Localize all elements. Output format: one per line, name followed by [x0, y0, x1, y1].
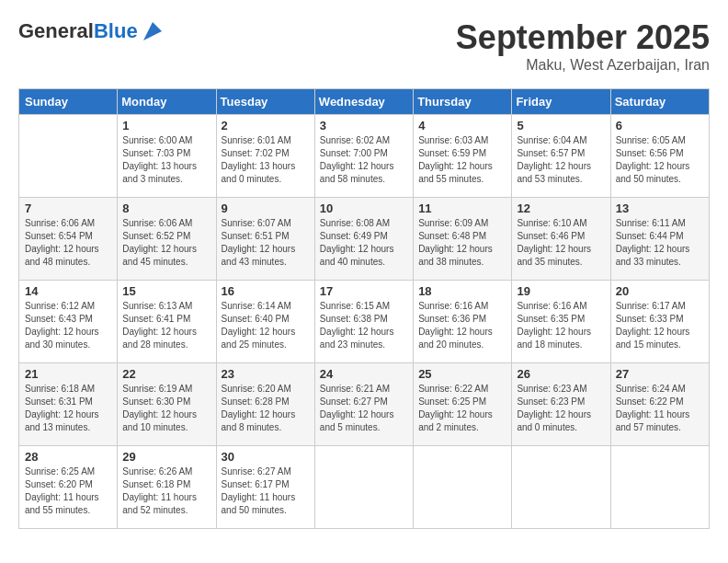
- calendar-week-1: 1Sunrise: 6:00 AM Sunset: 7:03 PM Daylig…: [19, 115, 710, 198]
- cell-text: Sunrise: 6:01 AM Sunset: 7:02 PM Dayligh…: [222, 134, 310, 186]
- calendar-cell: [610, 446, 709, 529]
- calendar-cell: 26Sunrise: 6:23 AM Sunset: 6:23 PM Dayli…: [512, 363, 610, 446]
- calendar-week-3: 14Sunrise: 6:12 AM Sunset: 6:43 PM Dayli…: [19, 281, 710, 363]
- calendar-cell: 23Sunrise: 6:20 AM Sunset: 6:28 PM Dayli…: [216, 363, 314, 446]
- day-number: 8: [122, 201, 210, 215]
- day-number: 25: [418, 367, 506, 381]
- day-number: 9: [222, 201, 310, 215]
- calendar-cell: 12Sunrise: 6:10 AM Sunset: 6:46 PM Dayli…: [512, 198, 610, 281]
- logo: GeneralBlue: [18, 18, 165, 44]
- day-number: 21: [25, 367, 112, 381]
- calendar-cell: 25Sunrise: 6:22 AM Sunset: 6:25 PM Dayli…: [414, 363, 512, 446]
- cell-text: Sunrise: 6:19 AM Sunset: 6:30 PM Dayligh…: [122, 383, 210, 434]
- month-title: September 2025: [456, 18, 710, 57]
- cell-text: Sunrise: 6:05 AM Sunset: 6:56 PM Dayligh…: [616, 134, 704, 186]
- day-number: 19: [517, 284, 605, 298]
- day-number: 13: [616, 201, 704, 215]
- cell-text: Sunrise: 6:04 AM Sunset: 6:57 PM Dayligh…: [517, 134, 605, 186]
- day-number: 22: [122, 367, 210, 381]
- header-sunday: Sunday: [19, 89, 118, 115]
- day-number: 2: [222, 119, 310, 132]
- header-tuesday: Tuesday: [216, 89, 314, 115]
- cell-text: Sunrise: 6:25 AM Sunset: 6:20 PM Dayligh…: [25, 465, 112, 517]
- svg-marker-0: [143, 22, 162, 40]
- cell-text: Sunrise: 6:12 AM Sunset: 6:43 PM Dayligh…: [25, 300, 112, 351]
- cell-text: Sunrise: 6:26 AM Sunset: 6:18 PM Dayligh…: [122, 465, 210, 517]
- cell-text: Sunrise: 6:07 AM Sunset: 6:51 PM Dayligh…: [222, 217, 310, 269]
- calendar-cell: 11Sunrise: 6:09 AM Sunset: 6:48 PM Dayli…: [414, 198, 512, 281]
- calendar-cell: [512, 446, 610, 529]
- day-number: 28: [25, 450, 112, 464]
- calendar-header-row: SundayMondayTuesdayWednesdayThursdayFrid…: [19, 89, 710, 115]
- cell-text: Sunrise: 6:09 AM Sunset: 6:48 PM Dayligh…: [418, 217, 506, 269]
- day-number: 27: [616, 367, 704, 381]
- cell-text: Sunrise: 6:20 AM Sunset: 6:28 PM Dayligh…: [222, 383, 310, 434]
- day-number: 15: [122, 284, 210, 298]
- cell-text: Sunrise: 6:21 AM Sunset: 6:27 PM Dayligh…: [320, 383, 408, 434]
- cell-text: Sunrise: 6:16 AM Sunset: 6:35 PM Dayligh…: [517, 300, 605, 351]
- calendar-cell: 24Sunrise: 6:21 AM Sunset: 6:27 PM Dayli…: [314, 363, 413, 446]
- calendar-table: SundayMondayTuesdayWednesdayThursdayFrid…: [18, 88, 710, 529]
- cell-text: Sunrise: 6:02 AM Sunset: 7:00 PM Dayligh…: [320, 134, 408, 186]
- day-number: 30: [222, 450, 310, 464]
- header-wednesday: Wednesday: [314, 89, 413, 115]
- calendar-cell: 18Sunrise: 6:16 AM Sunset: 6:36 PM Dayli…: [414, 281, 512, 363]
- calendar-cell: 6Sunrise: 6:05 AM Sunset: 6:56 PM Daylig…: [610, 115, 709, 198]
- cell-text: Sunrise: 6:27 AM Sunset: 6:17 PM Dayligh…: [222, 465, 310, 517]
- calendar-cell: 16Sunrise: 6:14 AM Sunset: 6:40 PM Dayli…: [216, 281, 314, 363]
- day-number: 4: [418, 119, 506, 132]
- calendar-cell: 29Sunrise: 6:26 AM Sunset: 6:18 PM Dayli…: [118, 446, 216, 529]
- logo-icon: [140, 18, 165, 44]
- logo-general-text: General: [18, 19, 94, 42]
- cell-text: Sunrise: 6:22 AM Sunset: 6:25 PM Dayligh…: [418, 383, 506, 434]
- cell-text: Sunrise: 6:11 AM Sunset: 6:44 PM Dayligh…: [616, 217, 704, 269]
- page-header: GeneralBlue September 2025 Maku, West Az…: [18, 18, 710, 74]
- day-number: 26: [517, 367, 605, 381]
- calendar-cell: [414, 446, 512, 529]
- calendar-cell: 28Sunrise: 6:25 AM Sunset: 6:20 PM Dayli…: [19, 446, 118, 529]
- cell-text: Sunrise: 6:14 AM Sunset: 6:40 PM Dayligh…: [222, 300, 310, 351]
- calendar-cell: 13Sunrise: 6:11 AM Sunset: 6:44 PM Dayli…: [610, 198, 709, 281]
- calendar-cell: [314, 446, 413, 529]
- calendar-cell: 21Sunrise: 6:18 AM Sunset: 6:31 PM Dayli…: [19, 363, 118, 446]
- calendar-cell: 15Sunrise: 6:13 AM Sunset: 6:41 PM Dayli…: [118, 281, 216, 363]
- calendar-cell: 7Sunrise: 6:06 AM Sunset: 6:54 PM Daylig…: [19, 198, 118, 281]
- calendar-cell: 30Sunrise: 6:27 AM Sunset: 6:17 PM Dayli…: [216, 446, 314, 529]
- calendar-cell: 5Sunrise: 6:04 AM Sunset: 6:57 PM Daylig…: [512, 115, 610, 198]
- calendar-week-2: 7Sunrise: 6:06 AM Sunset: 6:54 PM Daylig…: [19, 198, 710, 281]
- cell-text: Sunrise: 6:08 AM Sunset: 6:49 PM Dayligh…: [320, 217, 408, 269]
- cell-text: Sunrise: 6:06 AM Sunset: 6:52 PM Dayligh…: [122, 217, 210, 269]
- day-number: 24: [320, 367, 408, 381]
- calendar-cell: 9Sunrise: 6:07 AM Sunset: 6:51 PM Daylig…: [216, 198, 314, 281]
- cell-text: Sunrise: 6:06 AM Sunset: 6:54 PM Dayligh…: [25, 217, 112, 269]
- calendar-cell: 2Sunrise: 6:01 AM Sunset: 7:02 PM Daylig…: [216, 115, 314, 198]
- calendar-week-4: 21Sunrise: 6:18 AM Sunset: 6:31 PM Dayli…: [19, 363, 710, 446]
- day-number: 1: [122, 119, 210, 132]
- day-number: 5: [517, 119, 605, 132]
- day-number: 16: [222, 284, 310, 298]
- cell-text: Sunrise: 6:16 AM Sunset: 6:36 PM Dayligh…: [418, 300, 506, 351]
- calendar-cell: 10Sunrise: 6:08 AM Sunset: 6:49 PM Dayli…: [314, 198, 413, 281]
- calendar-cell: 17Sunrise: 6:15 AM Sunset: 6:38 PM Dayli…: [314, 281, 413, 363]
- calendar-cell: 8Sunrise: 6:06 AM Sunset: 6:52 PM Daylig…: [118, 198, 216, 281]
- calendar-cell: 1Sunrise: 6:00 AM Sunset: 7:03 PM Daylig…: [118, 115, 216, 198]
- calendar-cell: 3Sunrise: 6:02 AM Sunset: 7:00 PM Daylig…: [314, 115, 413, 198]
- calendar-cell: 27Sunrise: 6:24 AM Sunset: 6:22 PM Dayli…: [610, 363, 709, 446]
- cell-text: Sunrise: 6:13 AM Sunset: 6:41 PM Dayligh…: [122, 300, 210, 351]
- day-number: 17: [320, 284, 408, 298]
- day-number: 20: [616, 284, 704, 298]
- day-number: 18: [418, 284, 506, 298]
- calendar-cell: 22Sunrise: 6:19 AM Sunset: 6:30 PM Dayli…: [118, 363, 216, 446]
- header-friday: Friday: [512, 89, 610, 115]
- calendar-cell: 14Sunrise: 6:12 AM Sunset: 6:43 PM Dayli…: [19, 281, 118, 363]
- cell-text: Sunrise: 6:15 AM Sunset: 6:38 PM Dayligh…: [320, 300, 408, 351]
- day-number: 3: [320, 119, 408, 132]
- calendar-week-5: 28Sunrise: 6:25 AM Sunset: 6:20 PM Dayli…: [19, 446, 710, 529]
- day-number: 29: [122, 450, 210, 464]
- day-number: 7: [25, 201, 112, 215]
- day-number: 10: [320, 201, 408, 215]
- day-number: 23: [222, 367, 310, 381]
- cell-text: Sunrise: 6:18 AM Sunset: 6:31 PM Dayligh…: [25, 383, 112, 434]
- day-number: 12: [517, 201, 605, 215]
- cell-text: Sunrise: 6:10 AM Sunset: 6:46 PM Dayligh…: [517, 217, 605, 269]
